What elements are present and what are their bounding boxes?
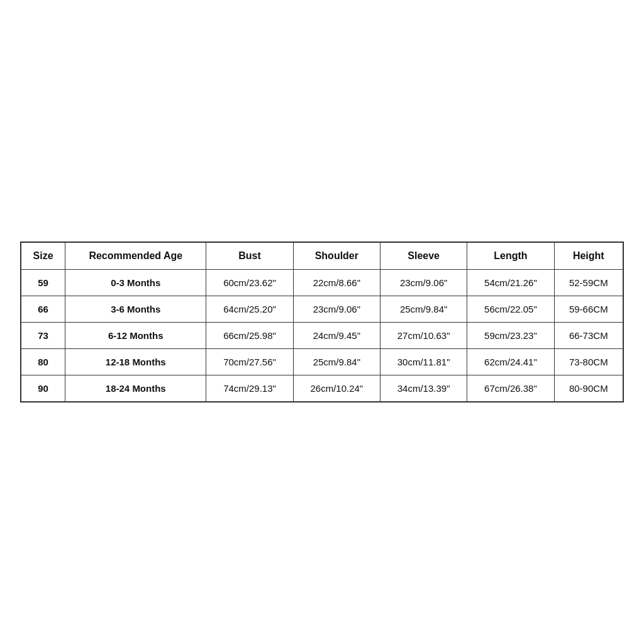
- cell-size: 59: [21, 270, 65, 296]
- cell-shoulder: 23cm/9.06": [293, 296, 380, 323]
- cell-sleeve: 25cm/9.84": [380, 296, 467, 323]
- table-row: 8012-18 Months70cm/27.56"25cm/9.84"30cm/…: [21, 349, 623, 375]
- cell-length: 62cm/24.41": [467, 349, 554, 375]
- cell-length: 67cm/26.38": [467, 375, 554, 402]
- cell-size: 73: [21, 323, 65, 349]
- cell-sleeve: 27cm/10.63": [380, 323, 467, 349]
- cell-shoulder: 22cm/8.66": [293, 270, 380, 296]
- cell-height: 80-90CM: [554, 375, 623, 402]
- cell-sleeve: 30cm/11.81": [380, 349, 467, 375]
- cell-length: 54cm/21.26": [467, 270, 554, 296]
- cell-age: 3-6 Months: [65, 296, 206, 323]
- header-length: Length: [467, 242, 554, 270]
- cell-sleeve: 23cm/9.06": [380, 270, 467, 296]
- cell-shoulder: 26cm/10.24": [293, 375, 380, 402]
- cell-age: 6-12 Months: [65, 323, 206, 349]
- table-header-row: Size Recommended Age Bust Shoulder Sleev…: [21, 242, 623, 270]
- size-chart-container: Size Recommended Age Bust Shoulder Sleev…: [20, 242, 624, 402]
- table-row: 663-6 Months64cm/25.20"23cm/9.06"25cm/9.…: [21, 296, 623, 323]
- cell-height: 73-80CM: [554, 349, 623, 375]
- cell-height: 59-66CM: [554, 296, 623, 323]
- cell-size: 90: [21, 375, 65, 402]
- table-row: 590-3 Months60cm/23.62"22cm/8.66"23cm/9.…: [21, 270, 623, 296]
- cell-age: 12-18 Months: [65, 349, 206, 375]
- header-recommended-age: Recommended Age: [65, 242, 206, 270]
- cell-size: 80: [21, 349, 65, 375]
- cell-size: 66: [21, 296, 65, 323]
- cell-bust: 66cm/25.98": [206, 323, 293, 349]
- header-height: Height: [554, 242, 623, 270]
- cell-shoulder: 24cm/9.45": [293, 323, 380, 349]
- cell-height: 52-59CM: [554, 270, 623, 296]
- cell-bust: 74cm/29.13": [206, 375, 293, 402]
- header-sleeve: Sleeve: [380, 242, 467, 270]
- cell-age: 0-3 Months: [65, 270, 206, 296]
- cell-shoulder: 25cm/9.84": [293, 349, 380, 375]
- cell-sleeve: 34cm/13.39": [380, 375, 467, 402]
- header-shoulder: Shoulder: [293, 242, 380, 270]
- header-size: Size: [21, 242, 65, 270]
- cell-bust: 70cm/27.56": [206, 349, 293, 375]
- cell-height: 66-73CM: [554, 323, 623, 349]
- table-row: 736-12 Months66cm/25.98"24cm/9.45"27cm/1…: [21, 323, 623, 349]
- size-chart-table: Size Recommended Age Bust Shoulder Sleev…: [20, 242, 624, 402]
- cell-bust: 60cm/23.62": [206, 270, 293, 296]
- cell-length: 56cm/22.05": [467, 296, 554, 323]
- table-row: 9018-24 Months74cm/29.13"26cm/10.24"34cm…: [21, 375, 623, 402]
- header-bust: Bust: [206, 242, 293, 270]
- cell-bust: 64cm/25.20": [206, 296, 293, 323]
- cell-length: 59cm/23.23": [467, 323, 554, 349]
- cell-age: 18-24 Months: [65, 375, 206, 402]
